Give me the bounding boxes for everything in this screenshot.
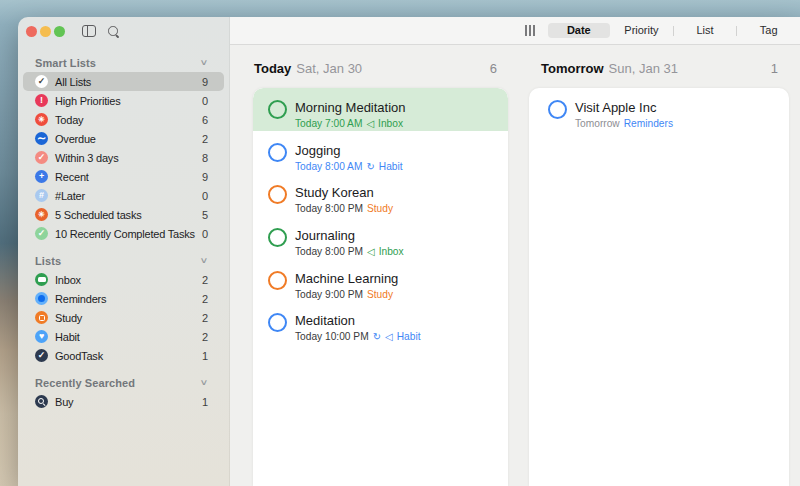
sidebar-item-label: Reminders [55, 293, 106, 305]
item-count: 0 [198, 95, 208, 107]
sidebar-lists: Smart Lists∨✓All Lists9!High Priorities0… [18, 53, 229, 411]
task-title: Visit Apple Inc [575, 100, 673, 116]
task-complete-circle[interactable] [268, 185, 287, 204]
study-icon [35, 311, 48, 324]
task-row-jogging[interactable]: JoggingToday 8:00 AM↻Habit [253, 131, 508, 174]
sidebar-item-within-3-days[interactable]: ✓Within 3 days8 [23, 148, 224, 167]
sidebar-item--later[interactable]: ##Later0 [23, 186, 224, 205]
overdue-icon: ∼ [35, 132, 48, 145]
item-count: 2 [198, 331, 208, 343]
task-subtitle: Today 7:00 AM◁Inbox [295, 118, 406, 130]
task-time: Today 9:00 PM [295, 289, 363, 301]
chevron-down-icon[interactable]: ∨ [200, 378, 209, 387]
task-subtitle: Today 9:00 PMStudy [295, 289, 398, 301]
task-subtitle: TomorrowReminders [575, 118, 673, 130]
zoom-button[interactable] [54, 26, 66, 38]
task-row-machine-learning[interactable]: Machine LearningToday 9:00 PMStudy [253, 259, 508, 302]
column-count: 6 [490, 61, 497, 76]
item-count: 9 [198, 76, 208, 88]
tab-date[interactable]: Date [548, 23, 611, 38]
task-time: Today 8:00 AM [295, 161, 362, 173]
speaker-icon: ◁ [385, 331, 393, 343]
task-title: Study Korean [295, 185, 393, 201]
habit-icon: ♥ [35, 330, 48, 343]
columns-view-icon[interactable] [525, 25, 535, 36]
sidebar-item-high-priorities[interactable]: !High Priorities0 [23, 91, 224, 110]
view-segmented-control: DatePriorityListTag [548, 23, 800, 38]
task-title: Journaling [295, 228, 404, 244]
sidebar-item-inbox[interactable]: Inbox2 [23, 270, 224, 289]
task-time: Tomorrow [575, 118, 620, 130]
scheduled-tasks-icon: ✳ [35, 208, 48, 221]
task-text: Machine LearningToday 9:00 PMStudy [295, 271, 398, 302]
tab-list[interactable]: List [674, 23, 737, 38]
task-list-name[interactable]: Habit [397, 331, 421, 343]
task-list-name[interactable]: Study [367, 203, 393, 215]
sidebar-item-all-lists[interactable]: ✓All Lists9 [23, 72, 224, 91]
column-title: Tomorrow [541, 61, 604, 76]
column-header: TomorrowSun, Jan 311 [529, 45, 789, 88]
section-header-lists[interactable]: Lists∨ [23, 251, 224, 270]
sidebar-item-overdue[interactable]: ∼Overdue2 [23, 129, 224, 148]
sidebar-item-label: Recent [55, 171, 89, 183]
task-row-visit-apple-inc[interactable]: Visit Apple IncTomorrowReminders [529, 88, 789, 131]
close-button[interactable] [26, 26, 38, 38]
task-list-name[interactable]: Inbox [378, 118, 403, 130]
item-count: 6 [198, 114, 208, 126]
tab-priority[interactable]: Priority [610, 23, 673, 38]
sidebar-item-recent[interactable]: +Recent9 [23, 167, 224, 186]
sidebar-item-study[interactable]: Study2 [23, 308, 224, 327]
search-icon [35, 395, 48, 408]
task-complete-circle[interactable] [268, 100, 287, 119]
chevron-down-icon[interactable]: ∨ [200, 256, 209, 265]
tab-tag[interactable]: Tag [737, 23, 800, 38]
task-complete-circle[interactable] [268, 271, 287, 290]
column-date: Sat, Jan 30 [296, 61, 362, 76]
sidebar-item-label: Habit [55, 331, 80, 343]
sidebar-item-label: Within 3 days [55, 152, 118, 164]
minimize-button[interactable] [40, 26, 52, 38]
section-header-recently-searched[interactable]: Recently Searched∨ [23, 373, 224, 392]
sidebar-item-label: Study [55, 312, 82, 324]
sidebar-item-habit[interactable]: ♥Habit2 [23, 327, 224, 346]
goodtask-window: Smart Lists∨✓All Lists9!High Priorities0… [18, 17, 800, 486]
search-icon[interactable] [107, 25, 119, 37]
task-complete-circle[interactable] [268, 313, 287, 332]
sidebar-item-today[interactable]: ✳Today6 [23, 110, 224, 129]
sidebar-item-10-recently-completed-tasks[interactable]: ✓10 Recently Completed Tasks0 [23, 224, 224, 243]
task-complete-circle[interactable] [548, 100, 567, 119]
task-card: Visit Apple IncTomorrowReminders [529, 88, 789, 486]
item-count: 9 [198, 171, 208, 183]
repeat-icon: ↻ [373, 331, 381, 343]
task-list-name[interactable]: Habit [379, 161, 403, 173]
inbox-icon [35, 273, 48, 286]
task-complete-circle[interactable] [268, 143, 287, 162]
section-header-smart-lists[interactable]: Smart Lists∨ [23, 53, 224, 72]
column-title: Today [254, 61, 291, 76]
task-row-study-korean[interactable]: Study KoreanToday 8:00 PMStudy [253, 173, 508, 216]
task-complete-circle[interactable] [268, 228, 287, 247]
chevron-down-icon[interactable]: ∨ [200, 58, 209, 67]
main-area: DatePriorityListTag TodaySat, Jan 306Mor… [230, 17, 800, 486]
item-count: 2 [198, 133, 208, 145]
sidebar-item-label: Today [55, 114, 83, 126]
item-count: 2 [198, 312, 208, 324]
sidebar-item-label: 10 Recently Completed Tasks [55, 228, 195, 240]
reminders-icon [35, 292, 48, 305]
traffic-lights [26, 26, 66, 38]
task-title: Machine Learning [295, 271, 398, 287]
task-list-name[interactable]: Inbox [379, 246, 404, 258]
task-subtitle: Today 8:00 AM↻Habit [295, 161, 403, 173]
item-count: 1 [198, 350, 208, 362]
task-list-name[interactable]: Study [367, 289, 393, 301]
task-row-morning-meditation[interactable]: Morning MeditationToday 7:00 AM◁Inbox [253, 88, 508, 131]
task-list-name[interactable]: Reminders [624, 118, 673, 130]
sidebar-toggle-icon[interactable] [82, 25, 96, 37]
sidebar-item-5-scheduled-tasks[interactable]: ✳5 Scheduled tasks5 [23, 205, 224, 224]
task-text: JournalingToday 8:00 PM◁Inbox [295, 228, 404, 259]
task-row-journaling[interactable]: JournalingToday 8:00 PM◁Inbox [253, 216, 508, 259]
sidebar-item-reminders[interactable]: Reminders2 [23, 289, 224, 308]
sidebar-item-goodtask[interactable]: ✓GoodTask1 [23, 346, 224, 365]
task-row-meditation[interactable]: MeditationToday 10:00 PM↻◁Habit [253, 301, 508, 344]
sidebar-item-buy[interactable]: Buy1 [23, 392, 224, 411]
